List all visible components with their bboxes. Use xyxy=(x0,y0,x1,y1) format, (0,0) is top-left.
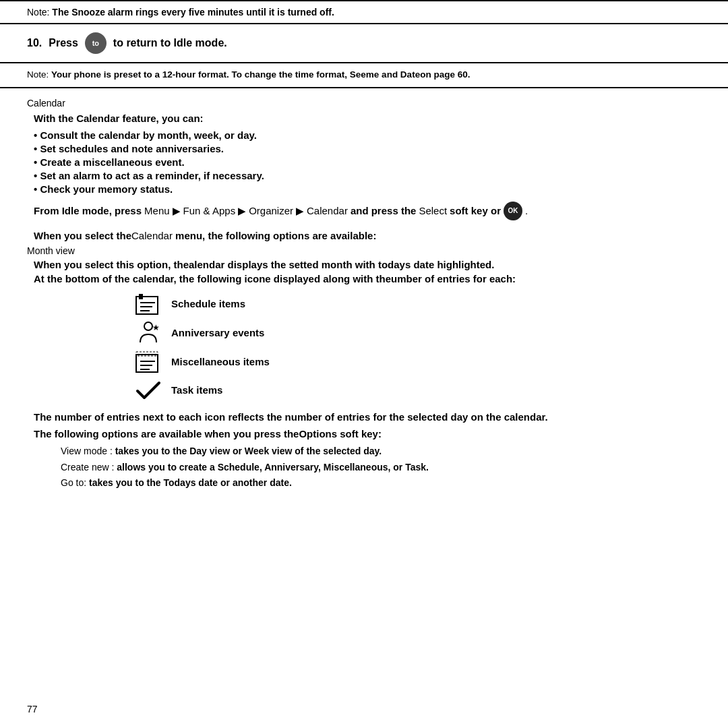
list-item: Create a miscellaneous event. xyxy=(34,156,701,168)
number-entries: The number of entries next to each icon … xyxy=(34,411,701,423)
fo-1: The following options are a xyxy=(34,428,164,439)
miscellaneous-icon xyxy=(135,351,162,373)
svg-rect-1 xyxy=(139,294,143,299)
fo-2: v xyxy=(164,428,170,439)
note-prefix: Note: xyxy=(27,7,52,18)
svg-text:★: ★ xyxy=(152,323,160,332)
month-desc2c: umber of entries for each: xyxy=(391,273,516,284)
svg-point-5 xyxy=(144,322,152,330)
when-prefix: When you select the xyxy=(34,230,131,241)
list-item: Set schedules and note anniversaries. xyxy=(34,143,701,154)
nav-organizer: Organizer xyxy=(249,205,293,216)
nav-select: Select xyxy=(419,205,447,216)
fo-4: Options xyxy=(299,428,337,439)
opt-label-2: Create new xyxy=(61,462,109,473)
sub-option-createnew: Create new : allows you to create a Sche… xyxy=(61,460,701,476)
note-bar-2: Note: Your phone is preset to a 12-hour … xyxy=(0,63,728,88)
month-desc1c: ted month with todays date highlighted. xyxy=(303,259,494,270)
step-number: 10. xyxy=(27,37,42,49)
month-desc2b: isplayed along with the xyxy=(280,273,391,284)
month-desc1a: When you select this option, the xyxy=(34,259,189,270)
sub-option-goto: Go to: takes you to the Todays date or a… xyxy=(61,475,701,491)
note2-suffix: me and Date xyxy=(366,69,420,80)
list-item: Check your memory status. xyxy=(34,183,701,195)
fo-5: soft key: xyxy=(337,428,382,439)
note2-prefix: Note: xyxy=(27,69,51,80)
nav-prefix: From Idle mode, press xyxy=(34,205,142,216)
icon-row-miscellaneous: Miscellaneous items xyxy=(135,351,701,373)
opt-desc-2: allows you to create a Schedule, Anniver… xyxy=(117,462,429,473)
miscellaneous-label: Miscellaneous items xyxy=(171,356,270,367)
note-bar-top: Note: The Snooze alarm rings every five … xyxy=(0,0,728,24)
month-desc2: At the bottom of the calendar, the follo… xyxy=(34,273,701,284)
nav-menu: Menu xyxy=(144,205,170,216)
note2-text: Your phone is preset to a 12-hour format… xyxy=(51,69,366,80)
task-label: Task items xyxy=(171,384,222,396)
opt-colon-2: : xyxy=(109,462,117,473)
nav-dot: . xyxy=(525,205,528,216)
icons-section: Schedule items ★ Anniversary events xyxy=(135,293,701,402)
page-number: 77 xyxy=(27,704,38,715)
month-desc1: When you select this option, thealendar … xyxy=(34,259,701,270)
nav-suffix2: soft key or xyxy=(450,205,501,216)
nav-fun: Fun & Apps xyxy=(183,205,236,216)
nav-sep1: ▶ xyxy=(173,205,181,217)
when-calendar: Calendar xyxy=(131,230,173,241)
opt-colon-1: : xyxy=(107,446,115,456)
opt-label-3: Go to xyxy=(61,477,84,488)
fo-3: ailable when you press the xyxy=(171,428,299,439)
bullet-list: Consult the calendar by month, week, or … xyxy=(34,129,701,195)
ok-button-icon: OK xyxy=(504,202,522,220)
following-options: The following options are available when… xyxy=(34,428,701,439)
icon-row-task: Task items xyxy=(135,379,701,402)
icon-row-anniversary: ★ Anniversary events xyxy=(135,321,701,345)
note2-end: on page 60. xyxy=(420,69,470,80)
calendar-intro: With the Calendar feature, you can: xyxy=(34,113,701,124)
opt-desc-1: takes you to the Day view or Week view o… xyxy=(115,446,382,456)
sub-section-title-month: Month view xyxy=(27,245,701,256)
sub-option-viewmode: View mode : takes you to the Day view or… xyxy=(61,444,701,460)
opt-label-1: View mode xyxy=(61,446,107,456)
month-desc2a: At the bottom of the calendar, the follo… xyxy=(34,273,280,284)
when-select: When you select theCalendar menu, the fo… xyxy=(34,230,701,241)
opt-desc-3: takes you to the Todays date or another … xyxy=(89,477,292,488)
step-press: Press xyxy=(49,37,78,49)
step-row: 10. Press to to return to Idle mode. xyxy=(0,24,728,63)
when-suffix: menu, the following options are availabl… xyxy=(173,230,377,241)
nav-calendar: Calendar xyxy=(307,205,348,216)
list-item: Consult the calendar by month, week, or … xyxy=(34,129,701,141)
main-content: Calendar With the Calendar feature, you … xyxy=(0,88,728,491)
section-title: Calendar xyxy=(27,98,701,109)
task-icon xyxy=(135,379,162,402)
nav-sep2: ▶ xyxy=(238,205,246,217)
icon-row-schedule: Schedule items xyxy=(135,293,701,315)
nav-sep3: ▶ xyxy=(296,205,304,217)
opt-colon-3: : xyxy=(84,477,89,488)
step-suffix: to return to Idle mode. xyxy=(113,37,227,49)
nav-path-row: From Idle mode, press Menu ▶ Fun & Apps … xyxy=(34,202,701,220)
sub-options: View mode : takes you to the Day view or… xyxy=(61,444,701,491)
nav-suffix1: and press the xyxy=(351,205,417,216)
anniversary-icon: ★ xyxy=(135,321,162,345)
anniversary-label: Anniversary events xyxy=(171,327,264,338)
press-button-icon: to xyxy=(85,32,107,54)
schedule-label: Schedule items xyxy=(171,298,245,309)
month-desc1b: alendar displays the set xyxy=(189,259,303,270)
page: Note: The Snooze alarm rings every five … xyxy=(0,0,728,728)
list-item: Set an alarm to act as a reminder, if ne… xyxy=(34,170,701,181)
schedule-icon xyxy=(135,293,162,315)
note-text: The Snooze alarm rings every five minute… xyxy=(52,7,334,18)
